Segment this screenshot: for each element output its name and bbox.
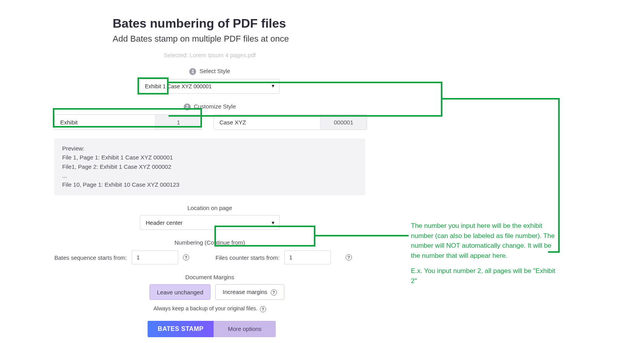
- selected-filename: Lorem Ipsum 4 pages.pdf: [190, 52, 256, 58]
- help-icon[interactable]: ?: [271, 289, 277, 296]
- step-2-label: 2 Customize Style: [0, 103, 419, 110]
- prefix-number-input[interactable]: [155, 115, 202, 130]
- increase-margins-label: Increase margins: [223, 289, 267, 295]
- prefix-group: [54, 114, 202, 130]
- page-subtitle: Add Bates stamp on multiple PDF files at…: [113, 34, 644, 44]
- preview-label: Preview:: [62, 144, 357, 153]
- step-badge-1: 1: [189, 68, 196, 75]
- increase-margins-button[interactable]: Increase margins ?: [215, 284, 284, 300]
- margins-row: Leave unchanged Increase margins ?: [150, 284, 644, 300]
- action-row: BATES STAMP More options: [148, 321, 644, 337]
- selected-file-label: Selected: Lorem Ipsum 4 pages.pdf: [113, 52, 307, 58]
- case-text-input[interactable]: [214, 115, 320, 130]
- annotation-connector: [442, 98, 560, 100]
- preview-box: Preview: File 1, Page 1: Exhibit 1 Case …: [54, 138, 365, 195]
- step-1-label: 1 Select Style: [0, 68, 419, 75]
- customize-row: [54, 114, 644, 130]
- preview-line-2: File1, Page 2: Exhibit 1 Case XYZ 000002: [62, 162, 357, 171]
- numbering-label: Numbering (Continue from): [0, 239, 419, 246]
- step-2-text: Customize Style: [194, 103, 236, 110]
- backup-note: Always keep a backup of your original fi…: [0, 305, 419, 312]
- style-select[interactable]: [140, 79, 279, 93]
- annotation-connector: [335, 235, 337, 236]
- files-start-label: Files counter starts from:: [216, 254, 280, 261]
- bates-start-label: Bates sequence starts from:: [54, 254, 127, 261]
- step-badge-2: 2: [184, 103, 191, 110]
- annotation-text-2: E.x. You input number 2, all pages will …: [411, 266, 559, 286]
- files-start-input[interactable]: [284, 250, 331, 264]
- bates-start-input[interactable]: [132, 250, 178, 264]
- location-select-wrap[interactable]: ▼: [140, 215, 280, 230]
- preview-line-4: File 10, Page 1: Exhibit 10 Case XYZ 000…: [62, 180, 357, 189]
- page-title: Bates numbering of PDF files: [113, 16, 644, 31]
- annotation-connector: [315, 235, 409, 236]
- location-select[interactable]: [140, 215, 279, 229]
- case-group: [214, 114, 367, 130]
- help-icon[interactable]: ?: [346, 254, 352, 261]
- preview-line-1: File 1, Page 1: Exhibit 1 Case XYZ 00000…: [62, 153, 357, 162]
- help-icon[interactable]: ?: [260, 306, 266, 312]
- more-options-button[interactable]: More options: [214, 321, 276, 337]
- prefix-text-input[interactable]: [55, 115, 155, 130]
- case-number-input[interactable]: [320, 115, 367, 130]
- preview-line-3: ...: [62, 171, 357, 180]
- backup-text: Always keep a backup of your original fi…: [153, 305, 258, 312]
- help-icon[interactable]: ?: [183, 254, 189, 261]
- step-1-text: Select Style: [199, 68, 230, 74]
- numbering-row: Bates sequence starts from: ? Files coun…: [54, 250, 644, 264]
- bates-stamp-button[interactable]: BATES STAMP: [148, 321, 214, 337]
- location-label: Location on page: [0, 205, 419, 211]
- style-select-wrap[interactable]: ▼: [140, 79, 280, 94]
- selected-prefix: Selected:: [164, 52, 190, 58]
- leave-unchanged-button[interactable]: Leave unchanged: [150, 284, 211, 300]
- margins-label: Document Margins: [0, 274, 419, 280]
